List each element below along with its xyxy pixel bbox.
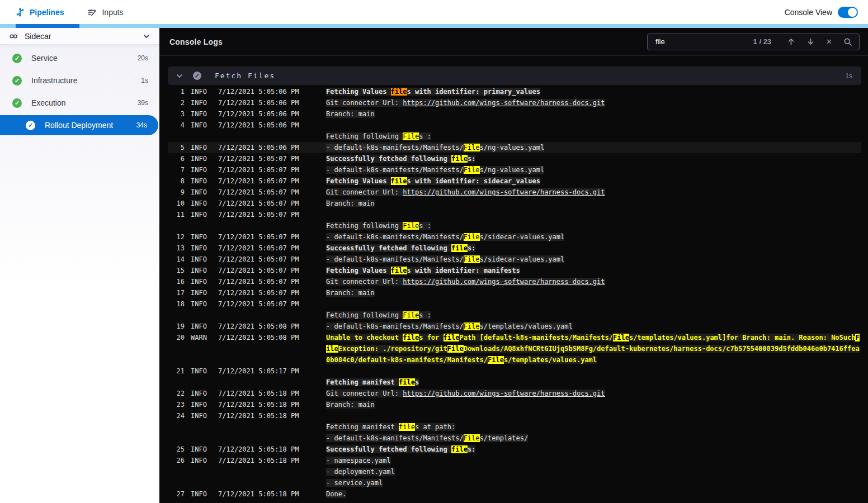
log-entry: 3INFO7/12/2021 5:05:06 PMBranch: main bbox=[168, 108, 861, 120]
chevron-down-icon[interactable] bbox=[143, 32, 150, 40]
log-message: Successfully fetched following files: bbox=[318, 243, 861, 254]
line-number: 27 bbox=[168, 488, 185, 500]
search-icon[interactable] bbox=[843, 37, 852, 46]
line-number: 6 bbox=[168, 153, 185, 164]
log-timestamp: 7/12/2021 5:05:18 PM bbox=[210, 488, 318, 500]
collapse-chevron-icon[interactable] bbox=[176, 72, 183, 80]
log-entry: 24INFO7/12/2021 5:05:18 PMFetching manif… bbox=[168, 410, 861, 444]
log-entry: 11INFO7/12/2021 5:05:07 PMFetching follo… bbox=[168, 209, 861, 231]
log-message: Fetching manifest files at path:- defaul… bbox=[318, 410, 861, 444]
active-tab-indicator bbox=[16, 24, 79, 28]
stage-title: Sidecar bbox=[25, 32, 51, 41]
log-level: INFO bbox=[185, 108, 210, 120]
line-number: 13 bbox=[168, 243, 185, 254]
log-level: INFO bbox=[185, 209, 210, 220]
log-message: - default-k8s-manifests/Manifests/Files/… bbox=[318, 142, 861, 153]
log-level: INFO bbox=[185, 164, 210, 175]
log-level: INFO bbox=[185, 198, 210, 209]
line-number: 23 bbox=[168, 399, 185, 410]
log-level: INFO bbox=[185, 187, 210, 198]
log-entry: 2INFO7/12/2021 5:05:06 PMGit connector U… bbox=[168, 97, 861, 108]
tab-pipelines[interactable]: Pipelines bbox=[16, 8, 64, 17]
step-success-icon: ✓ bbox=[193, 72, 201, 80]
log-group-header[interactable]: ✓ Fetch Files 1s bbox=[168, 67, 861, 85]
line-number: 24 bbox=[168, 410, 185, 421]
log-timestamp: 7/12/2021 5:05:06 PM bbox=[210, 86, 318, 97]
search-input[interactable] bbox=[654, 37, 753, 46]
log-message: Fetching following Files : bbox=[318, 298, 861, 321]
log-timestamp: 7/12/2021 5:05:18 PM bbox=[210, 444, 318, 455]
sidebar-item-label: Service bbox=[31, 54, 58, 63]
status-check-icon: ✓ bbox=[26, 121, 35, 130]
log-message: Fetching following Files : bbox=[318, 120, 861, 142]
console-logs-title: Console Logs bbox=[169, 37, 223, 46]
log-level: INFO bbox=[185, 298, 210, 310]
log-link[interactable]: https://github.com/wings-software/harnes… bbox=[403, 390, 605, 397]
previous-match-icon[interactable] bbox=[787, 37, 795, 46]
tab-inputs[interactable]: Inputs bbox=[87, 8, 123, 17]
sidebar-item-execution[interactable]: ✓Execution39s bbox=[0, 93, 159, 113]
log-level: INFO bbox=[185, 287, 210, 298]
line-number: 16 bbox=[168, 276, 185, 287]
log-level: INFO bbox=[185, 231, 210, 243]
clear-search-icon[interactable]: ✕ bbox=[826, 38, 832, 45]
line-number: 21 bbox=[168, 366, 185, 377]
log-level: INFO bbox=[185, 388, 210, 399]
sidebar-item-duration: 39s bbox=[138, 99, 148, 107]
log-level: INFO bbox=[185, 366, 210, 377]
line-number: 2 bbox=[168, 97, 185, 108]
toggle-knob bbox=[848, 8, 857, 17]
log-link[interactable]: https://github.com/wings-software/harnes… bbox=[403, 278, 605, 286]
log-link[interactable]: https://github.com/wings-software/harnes… bbox=[403, 188, 605, 196]
log-message: Git connector Url: https://github.com/wi… bbox=[318, 388, 861, 399]
log-level: INFO bbox=[185, 142, 210, 153]
log-group-title: Fetch Files bbox=[215, 72, 275, 80]
sidebar-item-label: Rollout Deployment bbox=[45, 121, 113, 130]
log-level: WARN bbox=[185, 332, 210, 343]
log-message: Fetching Values files with identifier: m… bbox=[318, 265, 861, 276]
sidebar-item-rollout-deployment[interactable]: ✓Rollout Deployment34s bbox=[0, 115, 158, 135]
line-number: 9 bbox=[168, 187, 185, 198]
log-level: INFO bbox=[185, 410, 210, 421]
search-match-counter: 1 / 23 bbox=[753, 37, 772, 46]
line-number: 15 bbox=[168, 265, 185, 276]
log-entry: 14INFO7/12/2021 5:05:07 PM- default-k8s-… bbox=[168, 254, 861, 265]
line-number: 10 bbox=[168, 198, 185, 209]
line-number: 18 bbox=[168, 298, 185, 310]
log-level: INFO bbox=[185, 265, 210, 276]
log-timestamp: 7/12/2021 5:05:07 PM bbox=[210, 209, 318, 220]
line-number: 5 bbox=[168, 142, 185, 153]
log-entry: 27INFO7/12/2021 5:05:18 PMDone. bbox=[168, 488, 861, 500]
next-match-icon[interactable] bbox=[806, 37, 815, 46]
sidebar-item-infrastructure[interactable]: ✓Infrastructure1s bbox=[0, 70, 159, 91]
sidebar-stage-header[interactable]: Sidecar bbox=[0, 28, 159, 45]
log-entry: 5INFO7/12/2021 5:05:06 PM- default-k8s-m… bbox=[168, 142, 861, 153]
log-message: Branch: main bbox=[318, 399, 861, 410]
log-level: INFO bbox=[185, 153, 210, 164]
log-entry: 12INFO7/12/2021 5:05:07 PM- default-k8s-… bbox=[168, 231, 861, 243]
console-view-toggle[interactable] bbox=[838, 7, 858, 18]
line-number: 14 bbox=[168, 254, 185, 265]
console-view-label: Console View bbox=[785, 8, 832, 17]
sidebar-item-service[interactable]: ✓Service20s bbox=[0, 48, 159, 68]
log-timestamp: 7/12/2021 5:05:06 PM bbox=[210, 120, 318, 131]
top-bar: Pipelines Inputs Console View bbox=[0, 0, 868, 24]
log-timestamp: 7/12/2021 5:05:06 PM bbox=[210, 97, 318, 108]
log-message: Git connector Url: https://github.com/wi… bbox=[318, 276, 861, 287]
sidebar-item-duration: 34s bbox=[136, 121, 147, 129]
log-entry: 10INFO7/12/2021 5:05:07 PMBranch: main bbox=[168, 198, 861, 209]
log-timestamp: 7/12/2021 5:05:06 PM bbox=[210, 108, 318, 120]
log-entry: 8INFO7/12/2021 5:05:07 PMFetching Values… bbox=[168, 175, 861, 187]
line-number: 26 bbox=[168, 455, 185, 466]
log-timestamp: 7/12/2021 5:05:17 PM bbox=[210, 366, 318, 377]
log-level: INFO bbox=[185, 243, 210, 254]
sidebar: Sidecar ✓Service20s✓Infrastructure1s✓Exe… bbox=[0, 28, 159, 503]
log-timestamp: 7/12/2021 5:05:07 PM bbox=[210, 243, 318, 254]
log-entry: 20WARN7/12/2021 5:05:08 PMUnable to chec… bbox=[168, 332, 861, 366]
log-message: - default-k8s-manifests/Manifests/Files/… bbox=[318, 231, 861, 243]
log-group-duration: 1s bbox=[845, 72, 852, 80]
log-message: - default-k8s-manifests/Manifests/Files/… bbox=[318, 321, 861, 332]
log-search-box: 1 / 23 ✕ bbox=[647, 34, 860, 50]
log-link[interactable]: https://github.com/wings-software/harnes… bbox=[403, 99, 605, 107]
log-entry: 21INFO7/12/2021 5:05:17 PMFetching manif… bbox=[168, 366, 861, 388]
